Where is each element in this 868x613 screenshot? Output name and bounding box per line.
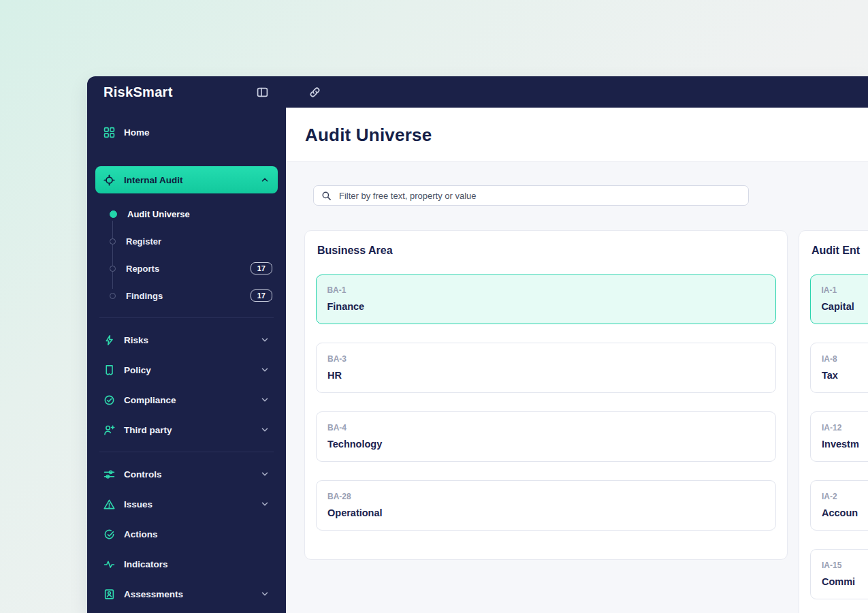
chevron-down-icon xyxy=(260,335,270,345)
tree-dot-icon xyxy=(110,238,116,245)
sidebar: Home Internal Audit Audit Universe xyxy=(87,108,286,613)
tree-dot-icon xyxy=(110,266,116,272)
column-title: Audit Ent xyxy=(811,245,868,257)
card-id: IA-8 xyxy=(822,354,868,364)
sidebar-item-home[interactable]: Home xyxy=(95,119,278,146)
card-id: BA-4 xyxy=(327,423,765,433)
chevron-down-icon xyxy=(260,499,270,509)
card-ia-1[interactable]: IA-1 Capital xyxy=(810,274,868,324)
card-ia-2[interactable]: IA-2 Accoun xyxy=(810,480,868,531)
count-badge: 17 xyxy=(251,289,272,302)
risks-icon xyxy=(103,334,115,346)
sidebar-item-label: Internal Audit xyxy=(124,175,183,185)
sidebar-item-label: Assessments xyxy=(124,589,183,599)
sidebar-collapse-icon[interactable] xyxy=(257,87,268,98)
tree-dot-icon xyxy=(110,293,116,299)
sidebar-item-third-party[interactable]: Third party xyxy=(95,416,278,443)
sidebar-subitem-findings[interactable]: Findings 17 xyxy=(95,282,278,309)
actions-icon xyxy=(103,529,115,540)
chevron-up-icon xyxy=(260,175,270,185)
page-title: Audit Universe xyxy=(305,125,849,146)
chevron-down-icon xyxy=(260,469,270,479)
card-ba-3[interactable]: BA-3 HR xyxy=(316,343,776,393)
policy-icon xyxy=(103,364,115,376)
card-id: IA-15 xyxy=(822,561,868,570)
filter-bar xyxy=(313,185,749,206)
kanban-columns: Business Area BA-1 Finance BA-3 HR BA-4 … xyxy=(304,230,868,613)
card-ba-4[interactable]: BA-4 Technology xyxy=(316,411,776,462)
sidebar-item-issues[interactable]: Issues xyxy=(95,490,278,518)
chevron-down-icon xyxy=(260,365,270,375)
sidebar-item-label: Home xyxy=(124,127,150,138)
topbar-left: RiskSmart xyxy=(87,84,286,100)
card-ia-12[interactable]: IA-12 Investm xyxy=(810,411,868,462)
sidebar-item-controls[interactable]: Controls xyxy=(95,460,278,488)
compliance-icon xyxy=(103,394,115,406)
main-panel: Audit Universe Business Area BA-1 xyxy=(286,108,868,613)
sidebar-item-label: Indicators xyxy=(124,559,168,569)
sidebar-item-label: Issues xyxy=(124,499,152,509)
page-header: Audit Universe xyxy=(286,108,868,162)
sidebar-item-policy[interactable]: Policy xyxy=(95,356,278,383)
chevron-down-icon xyxy=(260,395,270,405)
tree-dot-filled-icon xyxy=(110,210,117,218)
card-id: IA-2 xyxy=(822,492,868,501)
sidebar-item-compliance[interactable]: Compliance xyxy=(95,386,278,413)
count-badge: 17 xyxy=(251,262,272,274)
sidebar-divider xyxy=(99,452,274,452)
body-row: Home Internal Audit Audit Universe xyxy=(87,108,868,613)
card-id: IA-12 xyxy=(822,423,868,433)
card-name: Investm xyxy=(822,438,868,450)
internal-audit-submenu: Audit Universe Register Reports 17 Findi… xyxy=(95,200,278,309)
search-icon xyxy=(321,191,332,201)
sidebar-item-risks[interactable]: Risks xyxy=(95,326,278,353)
sidebar-item-label: Policy xyxy=(124,365,151,375)
filter-input[interactable] xyxy=(338,190,741,202)
sidebar-item-assessments[interactable]: Assessments xyxy=(95,580,278,608)
sidebar-item-indicators[interactable]: Indicators xyxy=(95,550,278,578)
card-name: Commi xyxy=(822,576,868,588)
card-id: BA-1 xyxy=(327,285,765,295)
card-name: Tax xyxy=(822,369,868,381)
subitem-label: Register xyxy=(126,236,161,247)
sidebar-gap xyxy=(95,148,278,166)
topbar: RiskSmart xyxy=(87,76,868,108)
card-name: Technology xyxy=(327,438,765,450)
card-name: Finance xyxy=(327,300,765,313)
card-id: IA-1 xyxy=(821,285,868,295)
card-name: Operational xyxy=(327,507,765,519)
internal-audit-icon xyxy=(103,174,115,186)
card-ba-1[interactable]: BA-1 Finance xyxy=(316,274,776,324)
home-icon xyxy=(103,127,115,138)
app-window: RiskSmart Home Internal Audit xyxy=(87,76,868,613)
sidebar-item-label: Controls xyxy=(124,469,162,480)
assessments-icon xyxy=(103,588,115,600)
sidebar-item-label: Actions xyxy=(124,529,158,539)
link-icon[interactable] xyxy=(309,87,321,98)
sidebar-subitem-audit-universe[interactable]: Audit Universe xyxy=(95,200,278,227)
subitem-label: Findings xyxy=(126,291,163,301)
card-name: Capital xyxy=(821,300,868,313)
sidebar-divider xyxy=(99,317,274,318)
card-ba-28[interactable]: BA-28 Operational xyxy=(316,480,776,531)
sidebar-item-internal-audit[interactable]: Internal Audit xyxy=(95,166,278,193)
sidebar-item-actions[interactable]: Actions xyxy=(95,520,278,548)
brand-logo: RiskSmart xyxy=(103,84,173,100)
card-name: Accoun xyxy=(822,507,868,519)
card-id: BA-28 xyxy=(327,492,765,501)
subitem-label: Audit Universe xyxy=(127,209,190,219)
sidebar-subitem-reports[interactable]: Reports 17 xyxy=(95,255,278,282)
chevron-down-icon xyxy=(260,589,270,599)
sidebar-item-label: Compliance xyxy=(124,395,176,405)
sidebar-item-label: Risks xyxy=(124,335,148,345)
card-name: HR xyxy=(327,369,765,381)
sidebar-item-label: Third party xyxy=(124,425,172,435)
column-business-area: Business Area BA-1 Finance BA-3 HR BA-4 … xyxy=(304,230,788,560)
subitem-label: Reports xyxy=(126,264,159,274)
controls-icon xyxy=(103,469,115,480)
page-content: Business Area BA-1 Finance BA-3 HR BA-4 … xyxy=(286,162,868,613)
card-ia-15[interactable]: IA-15 Commi xyxy=(810,549,868,599)
indicators-icon xyxy=(103,559,115,570)
sidebar-subitem-register[interactable]: Register xyxy=(95,227,278,255)
card-ia-8[interactable]: IA-8 Tax xyxy=(810,343,868,393)
